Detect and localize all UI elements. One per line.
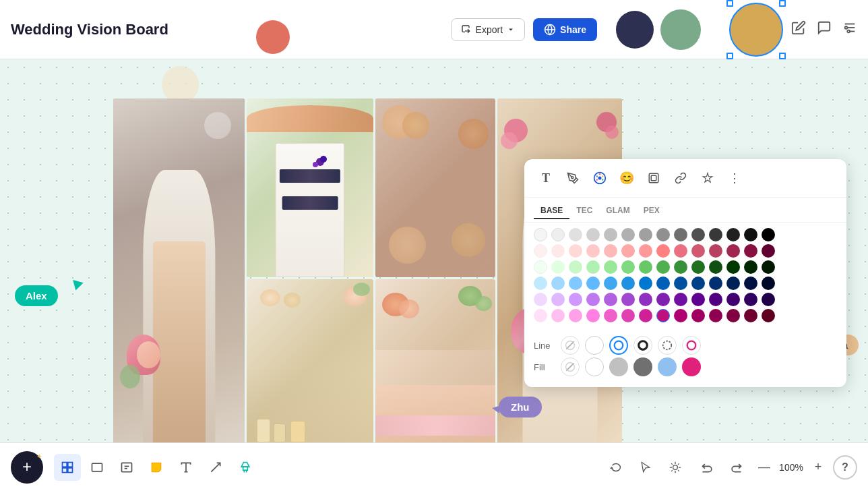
swatch[interactable] [586, 309, 600, 322]
swatch[interactable] [726, 228, 740, 241]
swatch[interactable] [691, 244, 705, 258]
swatch[interactable] [744, 228, 757, 241]
swatch[interactable] [621, 260, 635, 274]
swatch[interactable] [551, 293, 565, 306]
text-tool[interactable] [173, 454, 199, 481]
swatch[interactable] [639, 228, 652, 241]
swatch[interactable] [621, 309, 635, 322]
zoom-in-button[interactable]: + [809, 458, 828, 477]
swatch[interactable] [726, 309, 740, 322]
lasso-tool[interactable] [602, 454, 629, 481]
textbox-tool[interactable] [113, 454, 140, 481]
swatch[interactable] [744, 293, 757, 306]
swatch[interactable] [691, 228, 705, 241]
swatch[interactable] [534, 228, 547, 241]
tab-base[interactable]: BASE [534, 203, 569, 219]
fill-lightgray[interactable] [609, 357, 628, 376]
swatch[interactable] [621, 244, 635, 258]
swatch[interactable] [534, 244, 547, 258]
swatch[interactable] [656, 293, 670, 306]
swatch[interactable] [762, 244, 775, 258]
add-button[interactable]: + ✦ [11, 451, 43, 484]
sticky-note-tool[interactable] [143, 454, 170, 481]
swatch[interactable] [639, 293, 652, 306]
text-tool-icon[interactable]: T [534, 166, 558, 190]
swatch[interactable] [691, 293, 705, 306]
swatch[interactable] [569, 244, 582, 258]
swatch[interactable] [656, 244, 670, 258]
swatch[interactable] [551, 260, 565, 274]
swatch[interactable] [709, 293, 722, 306]
swatch[interactable] [569, 293, 582, 306]
swatch[interactable] [534, 309, 547, 322]
swatch[interactable] [586, 228, 600, 241]
swatch[interactable] [709, 277, 722, 290]
swatch[interactable] [534, 260, 547, 274]
highlighter-tool[interactable] [232, 454, 259, 481]
swatch[interactable] [674, 244, 687, 258]
tab-pex[interactable]: PEX [637, 203, 666, 219]
help-button[interactable]: ? [833, 455, 857, 480]
swatch[interactable] [709, 260, 722, 274]
fill-darkgray[interactable] [633, 357, 652, 376]
swatch[interactable] [604, 293, 617, 306]
edit-icon[interactable] [791, 20, 806, 38]
tab-tec[interactable]: TEC [569, 203, 599, 219]
swatch[interactable] [551, 228, 565, 241]
swatch[interactable] [762, 277, 775, 290]
swatch[interactable] [551, 277, 565, 290]
line-black[interactable] [633, 336, 652, 355]
swatch[interactable] [744, 244, 757, 258]
swatch[interactable] [569, 260, 582, 274]
swatch[interactable] [726, 293, 740, 306]
color-tool-icon[interactable] [588, 166, 612, 190]
swatch[interactable] [744, 277, 757, 290]
swatch[interactable] [674, 228, 687, 241]
swatch[interactable] [656, 260, 670, 274]
swatch[interactable] [639, 260, 652, 274]
sparkle-tool-icon[interactable] [695, 166, 720, 190]
swatch[interactable] [586, 293, 600, 306]
settings-icon[interactable] [842, 20, 857, 38]
pen-tool-icon[interactable] [561, 166, 585, 190]
swatch[interactable] [674, 260, 687, 274]
fill-none[interactable] [561, 357, 580, 376]
selected-circle[interactable] [729, 3, 783, 57]
handle-tr[interactable] [779, 0, 786, 7]
line-pink[interactable] [682, 336, 701, 355]
emoji-tool-icon[interactable]: 😊 [615, 166, 639, 190]
handle-tl[interactable] [726, 0, 733, 7]
redo-button[interactable] [722, 454, 749, 481]
swatch[interactable] [726, 277, 740, 290]
swatch[interactable] [639, 244, 652, 258]
swatch[interactable] [656, 277, 670, 290]
swatch[interactable] [674, 277, 687, 290]
line-white[interactable] [585, 336, 604, 355]
swatch[interactable] [604, 260, 617, 274]
rectangle-tool[interactable] [84, 454, 111, 481]
swatch[interactable] [569, 228, 582, 241]
swatch[interactable] [691, 309, 705, 322]
swatch[interactable] [534, 293, 547, 306]
swatch[interactable] [674, 293, 687, 306]
link-tool-icon[interactable] [669, 166, 693, 190]
swatch[interactable] [604, 228, 617, 241]
fill-white[interactable] [585, 357, 604, 376]
fill-blue-selected[interactable] [658, 357, 677, 376]
swatch[interactable] [621, 277, 635, 290]
swatch[interactable] [586, 244, 600, 258]
swatch[interactable] [762, 309, 775, 322]
frame-tool-icon[interactable] [642, 166, 666, 190]
swatch[interactable] [762, 293, 775, 306]
swatch-selected[interactable] [656, 309, 670, 322]
swatch[interactable] [726, 244, 740, 258]
swatch[interactable] [586, 277, 600, 290]
fill-pink[interactable] [682, 357, 701, 376]
handle-bl[interactable] [726, 53, 733, 59]
tab-glam[interactable]: GLAM [599, 203, 636, 219]
line-none[interactable] [561, 336, 580, 355]
swatch[interactable] [709, 309, 722, 322]
swatch[interactable] [551, 309, 565, 322]
line-tool[interactable] [202, 454, 229, 481]
undo-button[interactable] [694, 454, 721, 481]
